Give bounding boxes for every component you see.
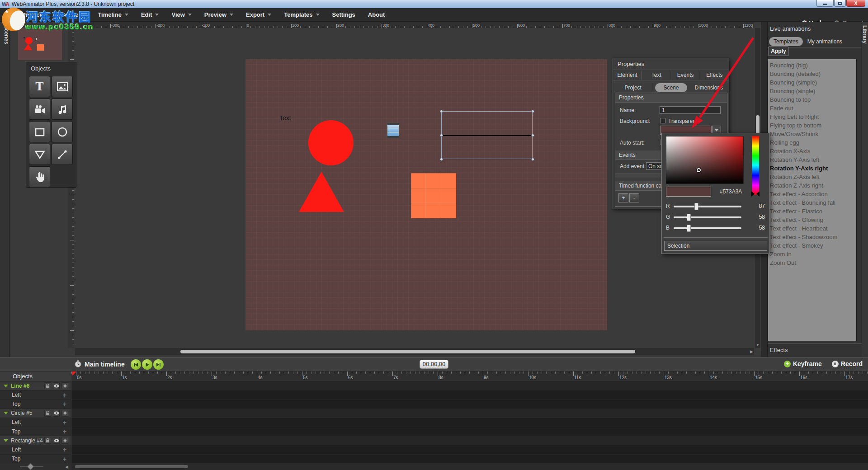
animation-list-item[interactable]: Flying Left to Right <box>768 113 856 121</box>
scene-canvas[interactable]: Text <box>245 59 607 330</box>
animation-list-item[interactable]: Text effect - Glowing <box>768 216 856 224</box>
timeline-lane[interactable] <box>71 390 868 400</box>
keyframe-button[interactable]: + Keyframe <box>784 360 822 367</box>
video-tool[interactable] <box>29 99 50 120</box>
timeline-lane[interactable] <box>71 445 868 454</box>
blue-slider[interactable] <box>674 227 741 229</box>
selection-handle[interactable] <box>440 110 443 113</box>
remove-timed-call-button[interactable]: - <box>629 193 639 202</box>
animation-list-item[interactable]: Text effect - Smokey <box>768 241 856 250</box>
animation-list-item[interactable]: Flying top to bottom <box>768 121 856 130</box>
green-slider[interactable] <box>674 216 741 218</box>
timeline-track-row[interactable]: Circle #5 + <box>0 409 71 418</box>
menu-item[interactable]: Templates <box>278 8 326 22</box>
animation-list-item[interactable]: Bouncing (detailed) <box>768 70 856 78</box>
properties-tab[interactable]: Scene <box>655 83 687 92</box>
triangle-tool[interactable] <box>29 144 50 165</box>
canvas-horizontal-scrollbar[interactable]: ▶ <box>75 348 754 355</box>
triangle-object[interactable] <box>299 172 344 212</box>
menu-item[interactable]: Edit <box>135 8 165 22</box>
menu-item[interactable]: About <box>362 8 392 22</box>
properties-tab[interactable]: Dimensions <box>689 83 729 93</box>
text-tool[interactable]: T <box>29 76 50 97</box>
timeline-lane[interactable] <box>71 400 868 409</box>
expand-arrow-icon[interactable] <box>4 385 8 387</box>
zoom-slider-thumb[interactable] <box>27 463 34 470</box>
animations-tab[interactable]: My animations <box>803 37 847 46</box>
animation-list-item[interactable]: Text effect - Elastico <box>768 207 856 216</box>
animation-list-item[interactable]: Move/Grow/Shrink <box>768 130 856 138</box>
keyframe-diamond-icon[interactable] <box>61 382 68 389</box>
properties-tab[interactable]: Events <box>671 70 700 80</box>
effects-section-header[interactable]: Effects <box>768 343 862 357</box>
animation-list-item[interactable]: Rolling egg <box>768 138 856 147</box>
scenes-tab[interactable]: Scenes <box>0 22 10 357</box>
selection-handle[interactable] <box>440 134 443 137</box>
ellipse-tool[interactable] <box>52 121 73 142</box>
animation-list-item[interactable]: Text effect - Heartbeat <box>768 224 856 233</box>
expand-arrow-icon[interactable] <box>4 412 8 414</box>
animation-list-item[interactable]: Zoom Out <box>768 258 856 267</box>
keyframe-diamond-icon[interactable] <box>61 437 68 444</box>
animation-list-item[interactable]: Fade out <box>768 104 856 113</box>
timeline-lane[interactable] <box>71 381 868 390</box>
rectangle-object[interactable] <box>411 173 456 218</box>
red-slider[interactable] <box>674 206 741 207</box>
animation-list-item[interactable]: Rotation Z-Axis right <box>768 181 856 190</box>
record-button[interactable]: Record <box>832 360 863 367</box>
timeline-track-row[interactable]: Top + <box>0 400 71 409</box>
lock-icon[interactable] <box>44 382 51 389</box>
slider-thumb[interactable] <box>687 214 691 221</box>
timeline-scrollbar[interactable]: ◀ <box>71 463 868 470</box>
rectangle-tool[interactable] <box>29 121 50 142</box>
expand-arrow-icon[interactable] <box>4 439 8 442</box>
animation-list-item[interactable]: Rotation Z-Axis left <box>768 173 856 181</box>
name-input[interactable]: 1 <box>660 106 721 114</box>
menu-item[interactable]: Project <box>15 8 55 22</box>
color-cursor[interactable] <box>697 168 701 172</box>
timeline-track-row[interactable]: Top + <box>0 427 71 436</box>
slider-thumb[interactable] <box>694 203 698 210</box>
animation-list-item[interactable]: Text effect - Shadowzoom <box>768 233 856 241</box>
skip-end-button[interactable] <box>153 359 164 370</box>
skip-start-button[interactable] <box>131 359 141 370</box>
animation-list-item[interactable]: Rotation X-Axis <box>768 147 856 155</box>
properties-tab[interactable]: Text <box>642 70 671 80</box>
selection-handle[interactable] <box>531 158 534 161</box>
lock-icon[interactable] <box>44 437 51 444</box>
selection-handle[interactable] <box>531 134 534 137</box>
animations-tab[interactable]: Templates <box>769 37 803 46</box>
add-keyframe-icon[interactable]: + <box>63 446 66 453</box>
library-tab[interactable]: Library <box>862 22 868 357</box>
add-keyframe-icon[interactable]: + <box>63 391 66 399</box>
scroll-left-icon[interactable]: ◀ <box>65 465 68 469</box>
animation-list-item[interactable]: Rotation Y-Axis left <box>768 155 856 164</box>
apply-button[interactable]: Apply <box>769 47 788 56</box>
timeline-track-row[interactable]: Rectangle #4 + <box>0 436 71 445</box>
timeline-ruler[interactable]: 0s1s2s3s4s5s6s7s8s9s10s11s12s13s14s15s16… <box>71 371 868 381</box>
menu-item[interactable]: Export <box>240 8 278 22</box>
properties-tab[interactable]: Effects <box>700 70 729 80</box>
circle-object[interactable] <box>308 120 354 165</box>
timeline-track-row[interactable]: Line #6 + <box>0 381 71 390</box>
visibility-eye-icon[interactable] <box>53 382 60 389</box>
selection-button[interactable]: Selection <box>664 241 767 251</box>
scrollbar-thumb[interactable] <box>180 350 635 353</box>
add-keyframe-icon[interactable]: + <box>63 400 66 408</box>
selection-handle[interactable] <box>440 158 443 161</box>
maximize-button[interactable] <box>834 0 846 7</box>
add-keyframe-icon[interactable]: + <box>63 419 66 426</box>
timeline-lane[interactable] <box>71 418 868 427</box>
timeline-track-row[interactable]: Top + <box>0 455 71 464</box>
properties-tab[interactable]: Project <box>613 83 653 93</box>
saturation-value-area[interactable] <box>666 136 744 184</box>
timeline-lane[interactable] <box>71 427 868 436</box>
timeline-lanes[interactable] <box>71 381 868 463</box>
menu-item[interactable]: View <box>165 8 198 22</box>
text-object[interactable]: Text <box>279 114 291 122</box>
animation-list-item[interactable]: Bouncing to top <box>768 95 856 104</box>
hand-tool[interactable] <box>29 166 50 188</box>
properties-tab[interactable]: Element <box>613 70 642 80</box>
animation-list-item[interactable]: Zoom In <box>768 250 856 258</box>
timeline-track-row[interactable]: Left + <box>0 418 71 427</box>
